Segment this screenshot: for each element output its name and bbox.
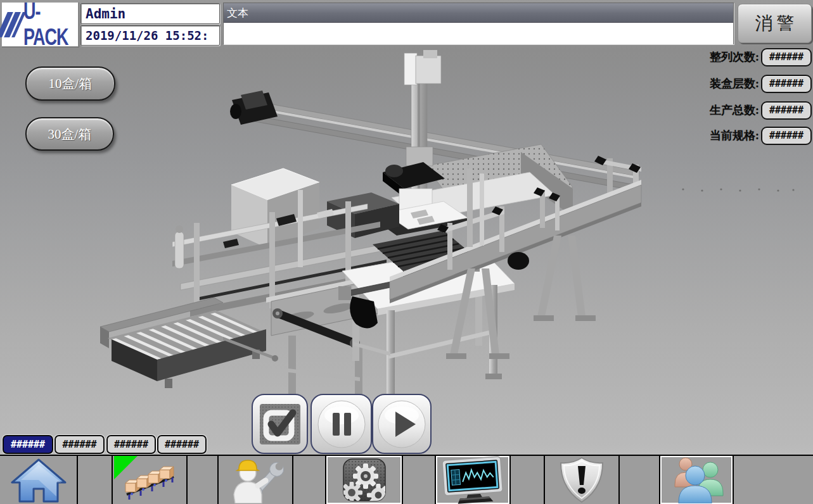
nav-production-line[interactable]	[112, 456, 188, 504]
worker-wrench-icon	[224, 457, 287, 503]
monitor-waveform-icon	[440, 456, 506, 504]
pause-icon	[316, 399, 367, 450]
logo-stripes-icon	[2, 12, 20, 37]
status-field-4[interactable]: ######	[157, 435, 207, 454]
status-field-2[interactable]: ######	[54, 435, 105, 454]
checkbox-checked-icon	[259, 403, 302, 446]
hmi-screen: U-PACK Admin 2019/11/26 15:52: 文本 消警 整列次…	[0, 0, 813, 504]
upack-logo: U-PACK	[1, 2, 79, 47]
alarm-message-panel: 文本	[223, 3, 734, 44]
nav-home[interactable]	[0, 456, 78, 504]
users-icon	[665, 457, 728, 503]
pause-button[interactable]	[310, 394, 372, 454]
home-icon	[6, 457, 72, 503]
alarm-message-body[interactable]	[224, 23, 733, 44]
play-icon	[376, 399, 427, 450]
datetime-field[interactable]: 2019/11/26 15:52:	[80, 25, 220, 46]
start-button[interactable]	[372, 394, 432, 454]
nav-maintenance[interactable]	[217, 456, 293, 504]
clear-alarm-button[interactable]: 消警	[738, 4, 812, 43]
shield-exclamation-icon	[554, 456, 609, 504]
nav-users[interactable]	[659, 456, 734, 504]
roller-conveyor	[100, 298, 278, 388]
alarm-message-header: 文本	[224, 3, 733, 23]
nav-settings[interactable]	[325, 456, 403, 504]
status-field-3[interactable]: ######	[106, 435, 156, 454]
green-flag-badge	[114, 456, 138, 479]
dotted-line	[682, 188, 794, 191]
status-field-1[interactable]: ######	[3, 435, 53, 454]
user-field[interactable]: Admin	[80, 3, 220, 24]
nav-monitoring[interactable]	[435, 456, 511, 504]
bottom-nav-bar	[0, 455, 813, 504]
confirm-button[interactable]	[252, 394, 308, 454]
nav-alarm[interactable]	[544, 456, 620, 504]
gears-icon	[342, 457, 387, 503]
logo-text: U-PACK	[23, 0, 78, 51]
